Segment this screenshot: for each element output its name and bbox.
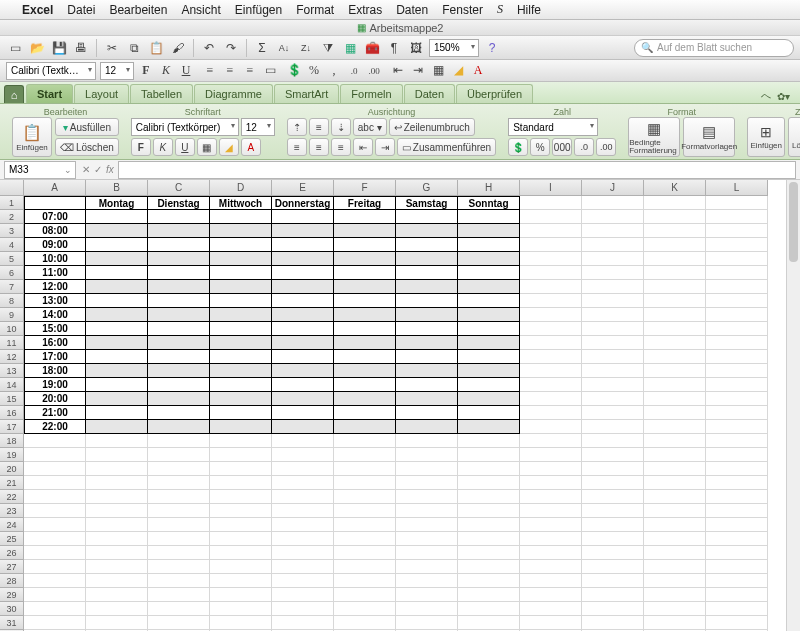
cell[interactable] xyxy=(706,588,768,602)
ribbon-collapse-icon[interactable]: へ xyxy=(759,89,773,103)
cell[interactable] xyxy=(396,532,458,546)
cell[interactable] xyxy=(520,266,582,280)
cell[interactable] xyxy=(582,448,644,462)
row-header[interactable]: 18 xyxy=(0,434,24,448)
cell[interactable] xyxy=(644,364,706,378)
cell[interactable] xyxy=(582,308,644,322)
cell[interactable]: 10:00 xyxy=(24,252,86,266)
cell[interactable] xyxy=(272,532,334,546)
cell[interactable] xyxy=(520,238,582,252)
cell[interactable] xyxy=(334,546,396,560)
cell[interactable] xyxy=(334,210,396,224)
cell[interactable] xyxy=(644,616,706,630)
fx-icon[interactable]: fx xyxy=(106,164,114,175)
row-header[interactable]: 13 xyxy=(0,364,24,378)
halign-left-icon[interactable]: ≡ xyxy=(287,138,307,156)
cell[interactable] xyxy=(24,546,86,560)
cell[interactable] xyxy=(210,434,272,448)
row-header[interactable]: 6 xyxy=(0,266,24,280)
cell[interactable] xyxy=(706,532,768,546)
cell[interactable]: 11:00 xyxy=(24,266,86,280)
cell[interactable] xyxy=(706,280,768,294)
cell[interactable] xyxy=(24,616,86,630)
cell[interactable] xyxy=(272,490,334,504)
cell[interactable] xyxy=(148,448,210,462)
row-header[interactable]: 15 xyxy=(0,392,24,406)
redo-icon[interactable]: ↷ xyxy=(222,39,240,57)
fill-button[interactable]: ▾Ausfüllen xyxy=(55,118,119,136)
cell[interactable] xyxy=(706,308,768,322)
cell[interactable] xyxy=(148,490,210,504)
cell[interactable] xyxy=(210,518,272,532)
cell[interactable] xyxy=(458,518,520,532)
cell[interactable] xyxy=(396,420,458,434)
cell[interactable] xyxy=(272,252,334,266)
tab-layout[interactable]: Layout xyxy=(74,84,129,103)
cell[interactable]: 12:00 xyxy=(24,280,86,294)
gallery-icon[interactable]: ▦ xyxy=(341,39,359,57)
wrap-button[interactable]: ↩Zeilenumbruch xyxy=(389,118,475,136)
cell[interactable]: 15:00 xyxy=(24,322,86,336)
cell[interactable]: 09:00 xyxy=(24,238,86,252)
cell[interactable] xyxy=(86,420,148,434)
cell[interactable] xyxy=(706,378,768,392)
cell[interactable] xyxy=(396,280,458,294)
cell[interactable]: Montag xyxy=(86,196,148,210)
cell[interactable] xyxy=(148,476,210,490)
cell[interactable] xyxy=(520,518,582,532)
cell[interactable] xyxy=(644,350,706,364)
cell[interactable] xyxy=(582,602,644,616)
cell[interactable] xyxy=(458,308,520,322)
cell[interactable] xyxy=(272,238,334,252)
ribbon-borders-button[interactable]: ▦ xyxy=(197,138,217,156)
row-header[interactable]: 12 xyxy=(0,350,24,364)
row-header[interactable]: 3 xyxy=(0,224,24,238)
cell[interactable] xyxy=(706,434,768,448)
cell[interactable] xyxy=(86,574,148,588)
column-header[interactable]: L xyxy=(706,180,768,196)
cell[interactable] xyxy=(644,546,706,560)
cell[interactable] xyxy=(582,532,644,546)
cell[interactable] xyxy=(644,322,706,336)
cell[interactable] xyxy=(148,504,210,518)
cell[interactable] xyxy=(148,462,210,476)
cell[interactable] xyxy=(86,392,148,406)
cell[interactable] xyxy=(706,322,768,336)
row-header[interactable]: 25 xyxy=(0,532,24,546)
cancel-fx-icon[interactable]: ✕ xyxy=(82,164,90,175)
cell[interactable] xyxy=(520,546,582,560)
cell[interactable] xyxy=(210,350,272,364)
cell[interactable]: 22:00 xyxy=(24,420,86,434)
cell[interactable] xyxy=(582,504,644,518)
row-header[interactable]: 20 xyxy=(0,462,24,476)
cell[interactable] xyxy=(644,280,706,294)
cell[interactable] xyxy=(148,420,210,434)
cell[interactable] xyxy=(644,504,706,518)
cell[interactable] xyxy=(520,224,582,238)
cell[interactable] xyxy=(148,434,210,448)
cell[interactable] xyxy=(458,322,520,336)
cell[interactable] xyxy=(706,574,768,588)
cell[interactable] xyxy=(644,448,706,462)
cell[interactable] xyxy=(644,406,706,420)
cell[interactable] xyxy=(706,462,768,476)
cell[interactable] xyxy=(396,588,458,602)
menu-einfuegen[interactable]: Einfügen xyxy=(235,3,282,17)
cell[interactable] xyxy=(210,294,272,308)
cell[interactable] xyxy=(520,336,582,350)
cell[interactable] xyxy=(86,308,148,322)
cell[interactable] xyxy=(396,546,458,560)
cell[interactable]: Freitag xyxy=(334,196,396,210)
number-format-dropdown[interactable]: Standard xyxy=(508,118,598,136)
cell[interactable] xyxy=(520,364,582,378)
font-size-dropdown[interactable]: 12 xyxy=(100,62,134,80)
cell[interactable] xyxy=(334,350,396,364)
cell[interactable] xyxy=(644,490,706,504)
cell[interactable] xyxy=(706,294,768,308)
cell[interactable] xyxy=(86,224,148,238)
column-header[interactable]: B xyxy=(86,180,148,196)
cell[interactable] xyxy=(148,280,210,294)
cell[interactable] xyxy=(86,406,148,420)
cell[interactable] xyxy=(582,420,644,434)
cell[interactable] xyxy=(86,616,148,630)
